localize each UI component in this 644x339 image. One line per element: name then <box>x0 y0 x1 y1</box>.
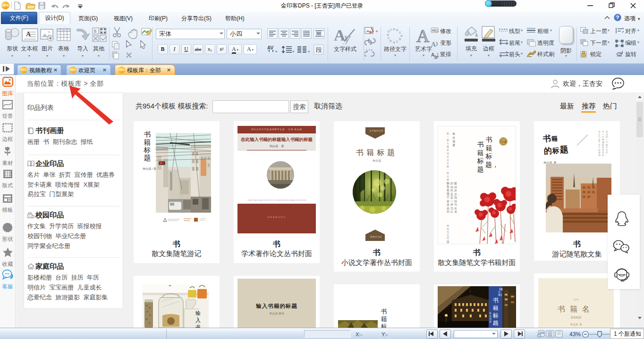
svg-text:c: c <box>396 39 398 43</box>
svg-text:y: y <box>343 30 351 44</box>
svg-text:a: a <box>393 27 395 31</box>
svg-text:文字创作文库: 文字创作文库 <box>369 129 383 132</box>
svg-text:a: a <box>393 40 395 44</box>
svg-text:b: b <box>390 39 392 43</box>
svg-text:100: 100 <box>539 331 544 334</box>
svg-text:段: 段 <box>315 46 322 53</box>
svg-text:AV: AV <box>267 45 273 50</box>
svg-text:A: A <box>416 26 430 45</box>
svg-text:A: A <box>431 41 436 48</box>
svg-text:▾: ▾ <box>292 50 294 54</box>
svg-text:b: b <box>396 28 398 32</box>
svg-text:b: b <box>399 37 401 41</box>
svg-text:印章: 印章 <box>501 140 507 143</box>
svg-text:c: c <box>390 27 392 32</box>
svg-text:5: 5 <box>94 29 96 33</box>
svg-text:▾: ▾ <box>275 50 277 54</box>
svg-text:▾: ▾ <box>308 50 310 54</box>
svg-text:朱朱堂书社: 朱朱堂书社 <box>370 235 382 238</box>
svg-text:▾: ▾ <box>376 29 378 33</box>
svg-text:b: b <box>434 55 437 60</box>
